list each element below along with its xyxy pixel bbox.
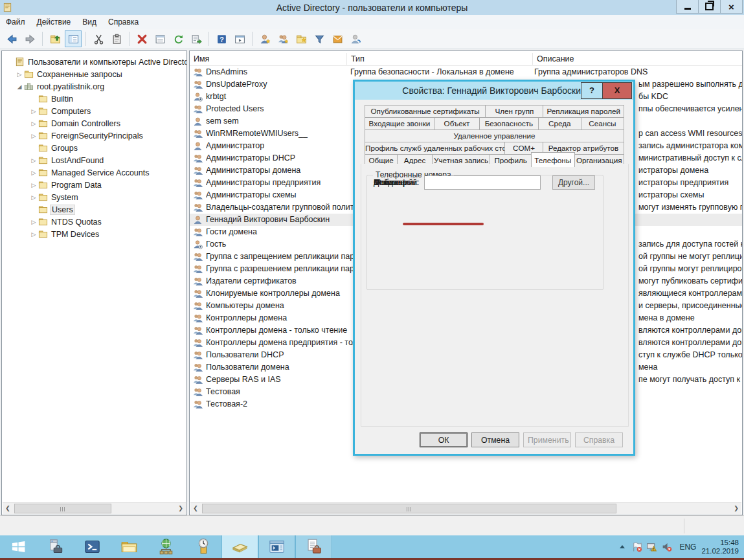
- tree-item[interactable]: ▷ Program Data: [2, 179, 186, 191]
- tree-item[interactable]: Users: [2, 203, 186, 216]
- toolbar-button[interactable]: [65, 30, 82, 47]
- expander-icon[interactable]: ▷: [29, 231, 38, 238]
- tab[interactable]: Входящие звонки: [365, 117, 434, 130]
- apply-button[interactable]: Применить: [523, 432, 571, 447]
- toolbar-button[interactable]: [256, 30, 273, 47]
- scroll-right-icon[interactable]: ❯: [175, 504, 186, 513]
- list-row[interactable]: DnsAdmins Группа безопасности - Локальна…: [190, 66, 742, 78]
- toolbar-button[interactable]: [133, 30, 150, 47]
- tree-item[interactable]: ▷ Domain Controllers: [2, 117, 186, 129]
- scroll-thumb[interactable]: [14, 504, 111, 513]
- tree-item[interactable]: ▷ LostAndFound: [2, 154, 186, 166]
- toolbar-button[interactable]: [47, 30, 63, 47]
- tab[interactable]: Объект: [434, 117, 480, 130]
- toolbar-button[interactable]: [293, 30, 310, 47]
- toolbar-button[interactable]: [21, 30, 38, 47]
- column-header-type[interactable]: Тип: [347, 53, 533, 65]
- other-button[interactable]: Другой...: [552, 175, 595, 190]
- tab[interactable]: Опубликованные сертификаты: [365, 105, 486, 118]
- tree-item[interactable]: ▷ ForeignSecurityPrincipals: [2, 129, 186, 142]
- tab[interactable]: Безопасность: [479, 117, 539, 130]
- tree-item[interactable]: ▷ Сохраненные запросы: [2, 68, 186, 80]
- expander-icon[interactable]: ▷: [15, 71, 24, 78]
- close-button[interactable]: ×: [720, 0, 743, 14]
- toolbar-button[interactable]: [108, 30, 125, 47]
- tree-item[interactable]: ▷ NTDS Quotas: [2, 216, 186, 228]
- scroll-left-icon[interactable]: ❮: [190, 504, 201, 513]
- minimize-button[interactable]: [676, 0, 699, 14]
- tree-item[interactable]: ▷ Managed Service Accounts: [2, 166, 186, 179]
- toolbar-button[interactable]: [3, 30, 20, 47]
- show-hidden-icons-icon[interactable]: [620, 545, 625, 548]
- ok-button[interactable]: ОК: [420, 432, 468, 447]
- taskbar-button[interactable]: [0, 535, 37, 558]
- toolbar-button[interactable]: [188, 30, 205, 47]
- toolbar-button[interactable]: [170, 30, 186, 47]
- toolbar-button[interactable]: [311, 30, 328, 47]
- network-warning-icon[interactable]: [646, 541, 657, 552]
- scroll-left-icon[interactable]: ❮: [3, 504, 13, 513]
- toolbar-button[interactable]: [329, 30, 346, 47]
- expander-icon[interactable]: ▷: [29, 108, 38, 115]
- tab[interactable]: Сеансы: [581, 117, 624, 130]
- tab[interactable]: Профиль служб удаленных рабочих столов: [365, 142, 505, 155]
- taskbar-button[interactable]: [221, 535, 258, 558]
- toolbar-button[interactable]: [231, 30, 248, 47]
- expander-icon[interactable]: ▷: [29, 170, 38, 176]
- tree-item[interactable]: Пользователи и компьютеры Active Directo…: [2, 56, 186, 68]
- dialog-close-button[interactable]: X: [602, 82, 632, 99]
- toolbar-button[interactable]: [152, 30, 168, 47]
- tab[interactable]: Телефоны: [531, 152, 575, 167]
- toolbar-button[interactable]: [275, 30, 291, 47]
- taskbar-button[interactable]: [185, 535, 221, 558]
- column-header-name[interactable]: Имя: [190, 53, 347, 65]
- expander-icon[interactable]: ▷: [29, 219, 38, 225]
- taskbar-button[interactable]: [74, 535, 111, 558]
- tree-item[interactable]: ▷ TPM Devices: [2, 228, 186, 240]
- taskbar-button[interactable]: [148, 535, 185, 558]
- list-horizontal-scrollbar[interactable]: ❮ ❯: [190, 502, 741, 514]
- toolbar-button[interactable]: [213, 30, 230, 47]
- tree-item[interactable]: ▷ System: [2, 191, 186, 203]
- cancel-button[interactable]: Отмена: [471, 432, 519, 447]
- restore-button[interactable]: [698, 0, 721, 14]
- tab[interactable]: Удаленное управление: [365, 129, 624, 142]
- scroll-right-icon[interactable]: ❯: [731, 504, 741, 513]
- tab[interactable]: Среда: [538, 117, 581, 130]
- tree-item[interactable]: Groups: [2, 142, 186, 154]
- tree-item[interactable]: ▷ Computers: [2, 105, 186, 117]
- scroll-thumb[interactable]: [202, 504, 616, 513]
- toolbar-button[interactable]: [209, 32, 209, 46]
- expander-icon[interactable]: ▷: [29, 120, 38, 127]
- phone-input[interactable]: [424, 175, 541, 190]
- taskbar-button[interactable]: [295, 535, 332, 558]
- toolbar-button[interactable]: [347, 30, 364, 47]
- toolbar-button[interactable]: [42, 32, 43, 46]
- taskbar-button[interactable]: [37, 535, 74, 558]
- expander-icon[interactable]: ▷: [29, 157, 38, 164]
- keyboard-language[interactable]: ENG: [679, 543, 696, 552]
- expander-icon[interactable]: ▷: [29, 133, 38, 139]
- action-center-flag-icon[interactable]: [631, 541, 642, 552]
- taskbar-clock[interactable]: 15:48 21.02.2019: [701, 539, 739, 555]
- toolbar-button[interactable]: [90, 30, 107, 47]
- menu-item[interactable]: Действие: [31, 16, 77, 28]
- toolbar-button[interactable]: [85, 32, 86, 46]
- toolbar-button[interactable]: [129, 32, 130, 46]
- tree-horizontal-scrollbar[interactable]: ❮ ❯: [3, 502, 186, 514]
- dialog-help-button[interactable]: ?: [581, 82, 603, 99]
- menu-item[interactable]: Справка: [102, 16, 144, 28]
- expander-icon[interactable]: ▷: [29, 194, 38, 201]
- help-button[interactable]: Справка: [575, 432, 623, 447]
- tab[interactable]: Репликация паролей: [543, 105, 624, 118]
- toolbar-button[interactable]: [252, 32, 253, 46]
- menu-item[interactable]: Вид: [76, 16, 102, 28]
- tree-item[interactable]: ◢ root.pyatilistnik.org: [2, 80, 186, 93]
- menu-item[interactable]: Файл: [0, 16, 31, 28]
- taskbar-button[interactable]: [258, 535, 295, 558]
- volume-muted-icon[interactable]: [661, 541, 672, 552]
- column-header-description[interactable]: Описание: [533, 53, 742, 65]
- tree-item[interactable]: Builtin: [2, 93, 186, 105]
- expander-icon[interactable]: ◢: [15, 84, 24, 90]
- tab[interactable]: Член групп: [485, 105, 543, 118]
